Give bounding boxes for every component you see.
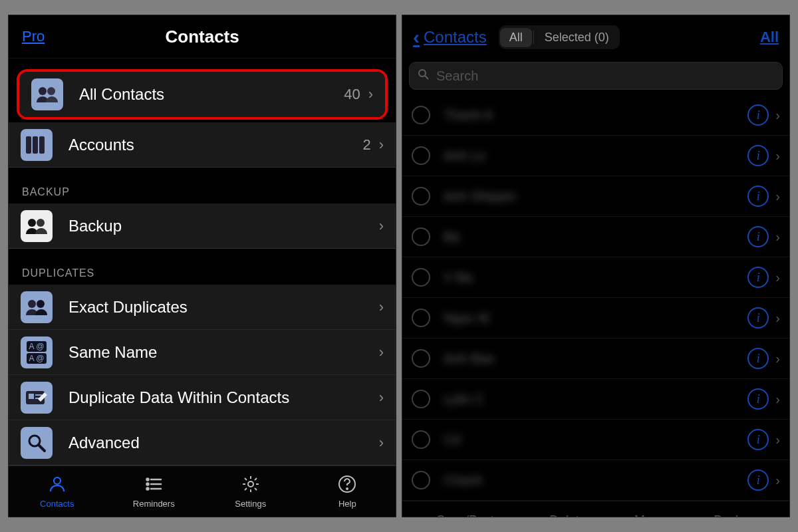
tab-settings[interactable]: Settings <box>202 466 299 517</box>
tab-help[interactable]: Help <box>299 466 396 517</box>
contact-row[interactable]: Anh Lei› <box>402 136 789 176</box>
chevron-left-icon: ‹ <box>413 26 420 49</box>
radio-unchecked[interactable] <box>412 390 430 408</box>
row-duplicate-data[interactable]: Duplicate Data Within Contacts › <box>9 375 396 420</box>
svg-point-6 <box>37 219 45 227</box>
svg-point-20 <box>147 487 149 489</box>
contact-name: Lylie C <box>444 392 747 407</box>
info-icon[interactable]: i <box>747 186 769 207</box>
person-icon <box>48 475 66 497</box>
search-input[interactable] <box>436 68 774 84</box>
section-header-duplicates: DUPLICATES <box>9 249 396 285</box>
tab-bar: Contacts Reminders Settings Help <box>9 466 396 517</box>
contact-name: Anh Bao <box>444 351 747 366</box>
radio-unchecked[interactable] <box>412 187 430 205</box>
contacts-list-pane: ‹ Contacts All Selected (0) All Thanh Ai… <box>402 15 790 517</box>
info-icon[interactable]: i <box>747 307 769 329</box>
svg-rect-4 <box>39 136 45 154</box>
seg-selected[interactable]: Selected (0) <box>534 31 620 45</box>
bottom-toolbar: Copy/Paste Delete Move Backup <box>402 501 789 517</box>
svg-rect-10 <box>29 394 34 399</box>
contacts-main-pane: Pro Contacts All Contacts 40 › Accounts <box>8 15 396 517</box>
navbar: Pro Contacts <box>9 15 396 59</box>
contact-row[interactable]: V Bai› <box>402 257 789 298</box>
back-button[interactable]: ‹ Contacts <box>413 26 487 49</box>
svg-point-24 <box>346 488 348 489</box>
select-all-link[interactable]: All <box>760 29 779 46</box>
tab-label: Settings <box>235 499 266 509</box>
segmented-control: All Selected (0) <box>499 25 620 49</box>
radio-unchecked[interactable] <box>412 309 430 327</box>
contact-row[interactable]: Anh Shipperi› <box>402 176 789 217</box>
copy-paste-button[interactable]: Copy/Paste <box>436 513 501 518</box>
chevron-right-icon: › <box>775 229 780 245</box>
pro-link[interactable]: Pro <box>22 28 45 45</box>
row-advanced[interactable]: Advanced › <box>9 420 396 466</box>
contact-row[interactable]: Anh Baoi› <box>402 338 789 379</box>
radio-unchecked[interactable] <box>412 146 430 165</box>
svg-line-14 <box>39 445 45 451</box>
tab-label: Contacts <box>40 499 74 509</box>
tab-contacts[interactable]: Contacts <box>9 466 106 517</box>
radio-unchecked[interactable] <box>412 268 430 287</box>
radio-unchecked[interactable] <box>412 227 430 246</box>
name-cards-icon: A @ A @ <box>21 336 53 368</box>
navbar: ‹ Contacts All Selected (0) All <box>402 15 789 59</box>
contacts-list: Thanh Ai› Anh Lei› Anh Shipperi› Bai› V … <box>402 95 789 501</box>
radio-unchecked[interactable] <box>412 430 430 449</box>
contact-row[interactable]: Chanhi› <box>402 460 789 501</box>
info-icon[interactable]: i <box>747 145 769 166</box>
row-label: Duplicate Data Within Contacts <box>68 388 379 407</box>
back-label: Contacts <box>424 28 487 47</box>
radio-unchecked[interactable] <box>412 349 430 368</box>
radio-unchecked[interactable] <box>412 106 430 124</box>
svg-point-8 <box>37 300 45 308</box>
contact-row[interactable]: Ngoc Mi› <box>402 298 789 338</box>
row-label: All Contacts <box>79 85 344 104</box>
row-backup[interactable]: Backup › <box>9 203 396 249</box>
row-all-contacts[interactable]: All Contacts 40 › <box>19 72 385 117</box>
list-icon <box>144 475 163 497</box>
row-exact-duplicates[interactable]: Exact Duplicates › <box>9 285 396 330</box>
info-icon[interactable]: i <box>747 469 769 491</box>
search-bar[interactable] <box>409 62 783 90</box>
contact-row[interactable]: Thanh Ai› <box>402 95 789 136</box>
row-label: Same Name <box>68 343 379 362</box>
radio-unchecked[interactable] <box>412 471 430 489</box>
svg-point-7 <box>28 300 36 308</box>
chevron-right-icon: › <box>775 311 780 326</box>
info-icon[interactable]: i <box>747 104 769 126</box>
people-icon <box>21 210 53 242</box>
seg-all[interactable]: All <box>500 28 532 47</box>
row-same-name[interactable]: A @ A @ Same Name › <box>9 330 396 375</box>
row-count: 40 <box>344 86 360 103</box>
move-button[interactable]: Move <box>634 513 665 518</box>
contact-row[interactable]: Bai› <box>402 217 789 257</box>
svg-point-0 <box>39 87 47 95</box>
contact-name: Anh Shipper <box>444 189 747 204</box>
info-icon[interactable]: i <box>747 388 769 410</box>
page-title: Contacts <box>45 27 360 47</box>
tab-label: Help <box>338 499 356 509</box>
chevron-right-icon: › <box>379 434 384 452</box>
info-icon[interactable]: i <box>747 267 769 288</box>
tab-label: Reminders <box>133 499 175 509</box>
contact-name: Cd <box>444 432 747 448</box>
row-label: Accounts <box>68 136 362 154</box>
contact-row[interactable]: Lylie Ci› <box>402 379 789 420</box>
tab-reminders[interactable]: Reminders <box>106 466 203 517</box>
chevron-right-icon: › <box>775 432 780 448</box>
contact-row[interactable]: Cdi› <box>402 420 789 460</box>
backup-button[interactable]: Backup <box>714 513 755 518</box>
delete-button[interactable]: Delete <box>549 513 586 518</box>
row-label: Exact Duplicates <box>68 298 379 317</box>
info-icon[interactable]: i <box>747 226 769 247</box>
binders-icon <box>21 129 53 161</box>
people-icon <box>31 78 63 110</box>
svg-point-5 <box>28 219 36 227</box>
info-icon[interactable]: i <box>747 348 769 369</box>
chevron-right-icon: › <box>775 148 780 164</box>
row-accounts[interactable]: Accounts 2 › <box>9 122 396 168</box>
info-icon[interactable]: i <box>747 429 769 450</box>
chevron-right-icon: › <box>379 217 384 235</box>
